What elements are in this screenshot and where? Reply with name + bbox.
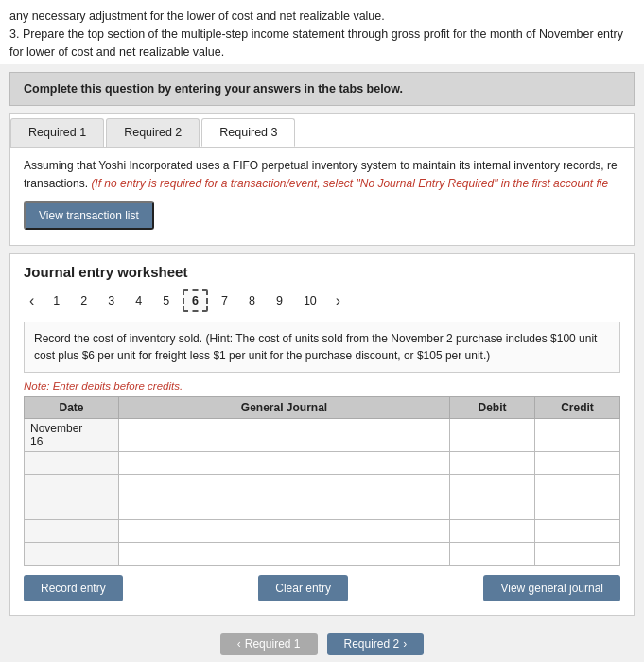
col-header-credit: Credit [535, 396, 620, 418]
footer-next-button[interactable]: Required 2 › [327, 633, 425, 655]
page-1[interactable]: 1 [45, 291, 67, 310]
table-row [25, 474, 620, 496]
journal-cell-6[interactable] [119, 542, 450, 565]
debit-cell-6[interactable] [450, 542, 535, 565]
journal-cell-3[interactable] [119, 474, 450, 496]
journal-cell-1[interactable] [119, 418, 450, 451]
footer-prev-button[interactable]: ‹ Required 1 [220, 633, 318, 655]
tabs-container: Required 1 Required 2 Required 3 Assumin… [9, 113, 635, 245]
top-line2: 3. Prepare the top section of the multip… [9, 26, 635, 61]
journal-input-3[interactable] [119, 475, 449, 496]
debit-cell-1[interactable] [450, 418, 535, 451]
page-8[interactable]: 8 [241, 291, 263, 310]
instruction-box: Complete this question by entering your … [9, 72, 635, 106]
debit-input-6[interactable] [450, 543, 534, 565]
hint-text: Record the cost of inventory sold. (Hint… [34, 332, 597, 362]
tab-description: Assuming that Yoshi Incorporated uses a … [24, 157, 620, 193]
credit-cell-6[interactable] [535, 542, 620, 565]
date-cell-3 [25, 474, 119, 496]
footer-prev-label: Required 1 [245, 637, 301, 651]
instruction-text: Complete this question by entering your … [24, 82, 403, 96]
journal-input-6[interactable] [119, 543, 449, 565]
credit-cell-5[interactable] [535, 519, 620, 542]
worksheet-title: Journal entry worksheet [24, 264, 620, 280]
credit-cell-1[interactable] [535, 418, 620, 451]
next-page-button[interactable]: › [330, 290, 346, 311]
debit-input-4[interactable] [450, 497, 534, 519]
debit-input-1[interactable] [450, 419, 534, 451]
footer-next-label: Required 2 [344, 637, 400, 651]
page-4[interactable]: 4 [128, 291, 149, 310]
debit-input-2[interactable] [450, 452, 534, 474]
debit-input-3[interactable] [450, 475, 534, 496]
credit-input-1[interactable] [535, 419, 619, 451]
date-cell-4 [25, 496, 119, 519]
journal-input-5[interactable] [119, 520, 449, 542]
footer-nav: ‹ Required 1 Required 2 › [0, 627, 644, 661]
col-header-journal: General Journal [119, 396, 450, 418]
clear-entry-button[interactable]: Clear entry [258, 575, 348, 601]
tab-content-area: Assuming that Yoshi Incorporated uses a … [10, 148, 634, 244]
view-general-journal-button[interactable]: View general journal [483, 575, 620, 601]
credit-input-3[interactable] [535, 475, 619, 496]
journal-cell-4[interactable] [119, 496, 450, 519]
date-cell-2 [25, 451, 119, 474]
bottom-buttons: Record entry Clear entry View general jo… [24, 575, 620, 601]
tab-required3[interactable]: Required 3 [201, 118, 295, 147]
record-entry-button[interactable]: Record entry [24, 575, 123, 601]
page-6[interactable]: 6 [183, 289, 208, 312]
tab-required1[interactable]: Required 1 [10, 118, 104, 147]
debit-cell-5[interactable] [450, 519, 535, 542]
hint-box: Record the cost of inventory sold. (Hint… [24, 322, 620, 373]
journal-cell-5[interactable] [119, 519, 450, 542]
journal-input-2[interactable] [119, 452, 449, 474]
date-cell-5 [25, 519, 119, 542]
prev-arrow-icon: ‹ [237, 637, 241, 651]
top-line1: any necessary adjustment for the lower o… [9, 8, 635, 26]
col-header-date: Date [25, 396, 119, 418]
prev-page-button[interactable]: ‹ [24, 290, 40, 311]
view-transaction-button[interactable]: View transaction list [24, 201, 154, 230]
credit-input-4[interactable] [535, 497, 619, 519]
journal-cell-2[interactable] [119, 451, 450, 474]
credit-input-6[interactable] [535, 543, 619, 565]
table-row [25, 451, 620, 474]
page-nav-row: ‹ 1 2 3 4 5 6 7 8 9 10 › [24, 289, 620, 312]
table-row: November16 [25, 418, 620, 451]
worksheet-box: Journal entry worksheet ‹ 1 2 3 4 5 6 7 … [9, 253, 635, 616]
debit-cell-4[interactable] [450, 496, 535, 519]
credit-cell-3[interactable] [535, 474, 620, 496]
debit-input-5[interactable] [450, 520, 534, 542]
next-arrow-icon: › [403, 637, 407, 651]
tabs-row: Required 1 Required 2 Required 3 [10, 114, 634, 148]
debit-cell-3[interactable] [450, 474, 535, 496]
date-cell-1: November16 [25, 418, 119, 451]
page-7[interactable]: 7 [214, 291, 235, 310]
col-header-debit: Debit [450, 396, 535, 418]
page-2[interactable]: 2 [73, 291, 95, 310]
table-row [25, 519, 620, 542]
page-9[interactable]: 9 [269, 291, 290, 310]
journal-input-1[interactable] [119, 419, 449, 451]
note-debits: Note: Enter debits before credits. [24, 380, 620, 392]
date-cell-6 [25, 542, 119, 565]
table-row [25, 542, 620, 565]
table-row [25, 496, 620, 519]
page-10[interactable]: 10 [296, 291, 324, 310]
credit-cell-4[interactable] [535, 496, 620, 519]
credit-input-5[interactable] [535, 520, 619, 542]
journal-input-4[interactable] [119, 497, 449, 519]
page-3[interactable]: 3 [100, 291, 122, 310]
page-5[interactable]: 5 [155, 291, 177, 310]
top-text-section: any necessary adjustment for the lower o… [0, 0, 644, 64]
note-red-text: (If no entry is required for a transacti… [91, 177, 608, 190]
debit-cell-2[interactable] [450, 451, 535, 474]
tab-required2[interactable]: Required 2 [106, 118, 200, 147]
credit-cell-2[interactable] [535, 451, 620, 474]
journal-table: Date General Journal Debit Credit Novemb… [24, 396, 620, 566]
credit-input-2[interactable] [535, 452, 619, 474]
